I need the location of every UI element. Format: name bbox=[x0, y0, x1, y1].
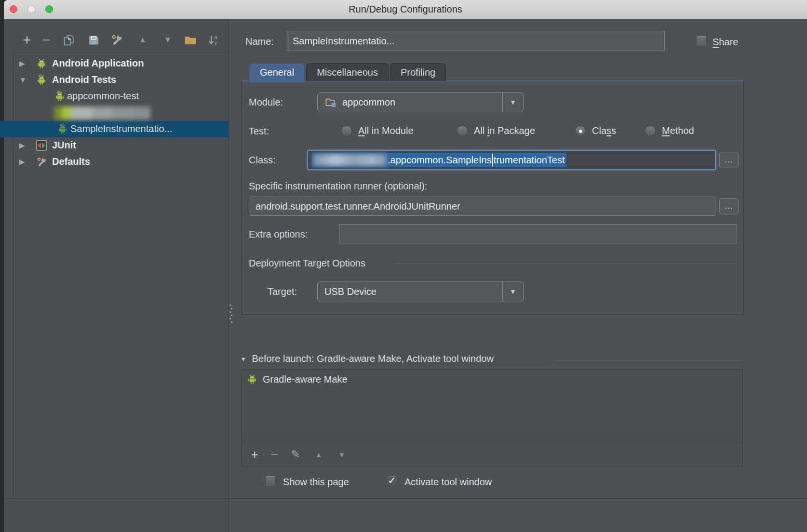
dialog-body: + − bbox=[0, 19, 807, 532]
name-label: Name: bbox=[245, 36, 274, 47]
redacted-package-prefix bbox=[313, 154, 387, 166]
general-tab-panel: Module: appcommon ▼ Test: All in Module bbox=[242, 80, 744, 315]
dropdown-arrow-icon[interactable]: ▼ bbox=[502, 281, 523, 302]
check-icon: ✓ bbox=[388, 476, 396, 485]
activate-tool-window-checkbox[interactable]: ✓ bbox=[387, 476, 397, 486]
extra-options-input[interactable] bbox=[339, 224, 737, 244]
config-tabs: General Miscellaneous Profiling bbox=[249, 63, 446, 81]
tree-item-junit[interactable]: ▶ JUnit bbox=[4, 137, 229, 154]
class-label: Class: bbox=[249, 155, 276, 166]
deployment-target-header: Deployment Target Options bbox=[249, 258, 365, 269]
tab-miscellaneous[interactable]: Miscellaneous bbox=[306, 63, 389, 81]
radio-method[interactable]: Method bbox=[645, 125, 694, 136]
radio-class[interactable]: Class bbox=[575, 125, 616, 136]
remove-task-button[interactable]: − bbox=[268, 442, 281, 466]
collapse-section-icon[interactable]: ▾ bbox=[242, 355, 245, 363]
background-edge bbox=[0, 0, 4, 532]
runner-input[interactable]: android.support.test.runner.AndroidJUnit… bbox=[250, 197, 715, 216]
target-label: Target: bbox=[268, 286, 297, 297]
wrench-icon bbox=[110, 33, 123, 47]
minus-icon: − bbox=[270, 447, 278, 462]
tree-item-android-tests[interactable]: ▼ Android Tests bbox=[4, 72, 229, 88]
before-launch-title: Before launch: Gradle-aware Make, Activa… bbox=[252, 353, 494, 364]
pencil-icon: ✎ bbox=[291, 448, 300, 461]
name-value: SampleInstrumentatio... bbox=[293, 36, 394, 47]
sort-alpha-icon: a z bbox=[207, 34, 220, 47]
android-test-icon bbox=[57, 123, 68, 135]
module-folder-icon bbox=[324, 96, 337, 108]
tree-item-sample-instrumentation-selected[interactable]: SampleInstrumentatio... bbox=[4, 121, 229, 137]
copy-icon bbox=[62, 34, 75, 47]
remove-configuration-button[interactable]: − bbox=[39, 32, 54, 48]
minus-icon: − bbox=[42, 33, 51, 47]
move-down-button[interactable]: ▼ bbox=[161, 32, 175, 48]
android-icon bbox=[36, 58, 47, 69]
configurations-sidebar: + − bbox=[4, 19, 229, 532]
tree-item-redacted[interactable] bbox=[4, 105, 229, 121]
radio-label: All in Module bbox=[358, 125, 414, 136]
name-input[interactable]: SampleInstrumentatio... bbox=[287, 31, 665, 51]
move-up-button[interactable]: ▲ bbox=[135, 32, 150, 48]
create-folder-button[interactable] bbox=[183, 32, 198, 48]
tree-item-label: Defaults bbox=[52, 156, 90, 167]
sort-configurations-button[interactable]: a z bbox=[206, 32, 221, 48]
chevron-right-icon[interactable]: ▶ bbox=[19, 141, 25, 150]
move-task-down-button[interactable]: ▼ bbox=[336, 442, 348, 466]
module-value: appcommon bbox=[342, 97, 395, 108]
plus-icon: + bbox=[23, 33, 31, 47]
add-configuration-button[interactable]: + bbox=[20, 32, 34, 48]
triangle-down-icon: ▼ bbox=[164, 35, 172, 45]
android-test-icon bbox=[54, 91, 66, 102]
add-task-button[interactable]: + bbox=[248, 442, 261, 466]
tree-item-label: Android Tests bbox=[52, 74, 116, 85]
tree-item-defaults[interactable]: ▶ Defaults bbox=[4, 154, 229, 170]
move-task-up-button[interactable]: ▲ bbox=[312, 442, 325, 466]
tree-item-android-application[interactable]: ▶ Android Application bbox=[4, 55, 229, 72]
extra-options-label: Extra options: bbox=[249, 229, 308, 240]
radio-icon bbox=[341, 126, 352, 136]
radio-label: Method bbox=[662, 125, 694, 136]
runner-browse-button[interactable]: ... bbox=[719, 198, 739, 214]
radio-label: Class bbox=[592, 125, 616, 136]
before-launch-toolbar: + − ✎ ▲ ▼ bbox=[242, 442, 742, 466]
before-launch-header: ▾ Before launch: Gradle-aware Make, Acti… bbox=[242, 353, 494, 364]
radio-all-in-module[interactable]: All in Module bbox=[341, 125, 414, 136]
chevron-down-icon[interactable]: ▼ bbox=[19, 76, 27, 84]
class-input[interactable]: .appcommon.SampleIns trumentationTest bbox=[307, 150, 716, 170]
tree-item-label: Android Application bbox=[52, 58, 144, 69]
show-this-page-checkbox[interactable] bbox=[265, 476, 276, 486]
svg-text:z: z bbox=[214, 40, 217, 46]
module-dropdown[interactable]: appcommon ▼ bbox=[317, 92, 524, 112]
tree-item-appcommon-test[interactable]: appcommon-test bbox=[4, 88, 229, 105]
share-label[interactable]: Share bbox=[713, 37, 738, 48]
chevron-right-icon[interactable]: ▶ bbox=[19, 59, 25, 68]
panel-splitter-handle[interactable] bbox=[229, 304, 233, 331]
module-label: Module: bbox=[249, 97, 283, 108]
edit-task-button[interactable]: ✎ bbox=[289, 442, 302, 466]
share-checkbox[interactable] bbox=[696, 36, 707, 46]
copy-configuration-button[interactable] bbox=[61, 32, 76, 48]
radio-selected-icon bbox=[575, 126, 586, 136]
radio-all-in-package[interactable]: All in Package bbox=[457, 125, 535, 136]
before-launch-item-gradle-make[interactable]: Gradle-aware Make bbox=[246, 373, 348, 385]
android-icon bbox=[246, 373, 258, 385]
show-this-page-label[interactable]: Show this page bbox=[283, 477, 349, 488]
dialog-bottom-divider bbox=[4, 498, 807, 499]
runner-label: Specific instrumentation runner (optiona… bbox=[249, 181, 427, 192]
tab-general[interactable]: General bbox=[249, 63, 305, 81]
tab-profiling[interactable]: Profiling bbox=[390, 63, 446, 81]
runner-value: android.support.test.runner.AndroidJUnit… bbox=[256, 201, 460, 212]
triangle-up-icon: ▲ bbox=[315, 451, 323, 459]
activate-tool-window-label[interactable]: Activate tool window bbox=[404, 477, 492, 488]
save-configuration-button[interactable] bbox=[86, 32, 101, 48]
dropdown-arrow-icon[interactable]: ▼ bbox=[502, 93, 523, 112]
selected-text: .appcommon.SampleIns trumentationTest bbox=[312, 153, 566, 167]
edit-defaults-button[interactable] bbox=[109, 32, 124, 48]
chevron-right-icon[interactable]: ▶ bbox=[19, 158, 25, 166]
target-dropdown[interactable]: USB Device ▼ bbox=[317, 281, 524, 302]
tree-item-label: appcommon-test bbox=[67, 91, 139, 102]
junit-icon bbox=[36, 140, 47, 151]
class-browse-button[interactable]: ... bbox=[719, 152, 739, 168]
tree-item-label: SampleInstrumentatio... bbox=[70, 123, 172, 134]
svg-text:a: a bbox=[214, 34, 217, 40]
